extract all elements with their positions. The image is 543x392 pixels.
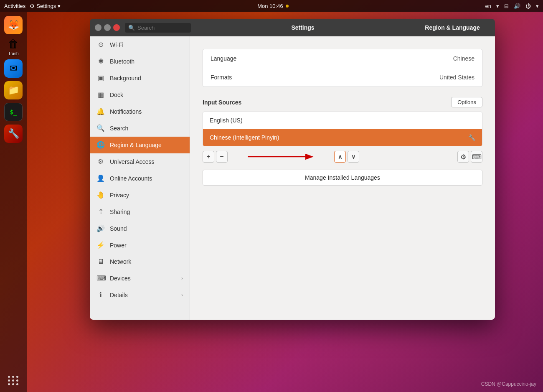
watermark: CSDN @Cappuccino-jay	[481, 381, 536, 387]
network-icon[interactable]: ⊟	[504, 3, 509, 9]
minimize-button[interactable]	[95, 24, 101, 31]
dock-terminal[interactable]: $_	[4, 103, 23, 121]
language-row[interactable]: Language Chinese	[203, 49, 482, 68]
window-controls	[95, 24, 120, 31]
language-value: Chinese	[453, 55, 474, 62]
accounts-icon: 👤	[96, 174, 105, 182]
power-icon: ⚡	[96, 241, 105, 249]
formats-label: Formats	[211, 74, 439, 81]
sidebar: ⊙ Wi-Fi ✱ Bluetooth ▣ Background ▦ Dock …	[90, 36, 190, 320]
show-apps-button[interactable]	[5, 373, 21, 388]
formats-row[interactable]: Formats United States	[203, 68, 482, 87]
dock-tools[interactable]: 🔧	[4, 125, 23, 143]
sidebar-item-network[interactable]: 🖥 Network	[90, 254, 190, 270]
activities-label[interactable]: Activities	[4, 3, 25, 9]
clock: Mon 10:46	[257, 3, 283, 9]
sidebar-item-background[interactable]: ▣ Background	[90, 70, 190, 87]
details-icon: ℹ	[96, 291, 105, 299]
notifications-icon: 🔔	[96, 107, 105, 115]
arrow-annotation	[228, 150, 334, 163]
move-up-button[interactable]: ∧	[334, 151, 346, 163]
search-icon: 🔍	[128, 25, 135, 31]
input-sources-title: Input Sources	[203, 99, 451, 106]
titlebar-search-box[interactable]: 🔍	[125, 23, 191, 33]
english-us-source[interactable]: English (US)	[203, 112, 482, 129]
manage-languages-button[interactable]: Manage Installed Languages	[203, 170, 482, 186]
sound-icon: 🔊	[96, 224, 105, 232]
trash-icon: 🗑	[8, 38, 19, 51]
dock-icon: ▦	[96, 91, 105, 99]
volume-icon[interactable]: 🔊	[514, 3, 520, 9]
dock: 🦊 🗑 Trash ✉ 📁 $_ 🔧	[0, 12, 27, 392]
settings-window: 🔍 Settings Region & Language ⊙ Wi-Fi ✱ B…	[90, 19, 495, 320]
sidebar-item-bluetooth[interactable]: ✱ Bluetooth	[90, 53, 190, 70]
topbar: Activities ⚙ Settings ▾ Mon 10:46 en ▾ ⊟…	[0, 0, 543, 12]
red-arrow-svg	[244, 150, 319, 163]
dock-email[interactable]: ✉	[4, 59, 23, 78]
region-icon: 🌐	[96, 141, 105, 149]
language-indicator[interactable]: en	[485, 3, 491, 9]
add-remove-group: + −	[203, 151, 228, 163]
input-settings-button[interactable]: ⚙	[457, 151, 469, 163]
wrench-icon: 🔧	[468, 134, 475, 141]
dropdown-lang-icon: ▾	[496, 3, 499, 9]
notification-dot	[286, 5, 289, 8]
sharing-icon: ⇡	[96, 208, 105, 216]
sidebar-item-details[interactable]: ℹ Details ›	[90, 287, 190, 303]
network-sidebar-icon: 🖥	[96, 258, 105, 265]
power-menu-icon[interactable]: ⏻	[525, 3, 531, 9]
maximize-button[interactable]	[104, 24, 111, 31]
universal-icon: ⚙	[96, 158, 105, 165]
background-icon: ▣	[96, 74, 105, 82]
search-sidebar-icon: 🔍	[96, 124, 105, 132]
details-chevron-icon: ›	[181, 292, 183, 298]
settings-keyboard-group: ⚙ ⌨	[457, 151, 482, 163]
sidebar-item-notifications[interactable]: 🔔 Notifications	[90, 103, 190, 120]
settings-icon: ⚙	[30, 3, 35, 9]
devices-chevron-icon: ›	[181, 275, 183, 281]
language-label: Language	[211, 55, 453, 62]
remove-source-button[interactable]: −	[216, 151, 228, 163]
window-body: ⊙ Wi-Fi ✱ Bluetooth ▣ Background ▦ Dock …	[90, 36, 495, 320]
sidebar-item-devices[interactable]: ⌨ Devices ›	[90, 270, 190, 287]
devices-icon: ⌨	[96, 274, 105, 282]
dock-trash[interactable]: 🗑 Trash	[4, 38, 23, 56]
sidebar-item-online-accounts[interactable]: 👤 Online Accounts	[90, 170, 190, 187]
bluetooth-icon: ✱	[96, 57, 105, 65]
sidebar-item-wifi[interactable]: ⊙ Wi-Fi	[90, 36, 190, 53]
wifi-icon: ⊙	[96, 41, 105, 48]
dropdown-icon: ▾	[58, 3, 61, 9]
sidebar-item-privacy[interactable]: 🤚 Privacy	[90, 187, 190, 204]
sidebar-item-search[interactable]: 🔍 Search	[90, 120, 190, 137]
chinese-pinyin-source[interactable]: Chinese (Intelligent Pinyin) 🔧	[203, 129, 482, 146]
privacy-icon: 🤚	[96, 191, 105, 199]
sidebar-item-universal[interactable]: ⚙ Universal Access	[90, 153, 190, 170]
sidebar-item-region[interactable]: 🌐 Region & Language	[90, 137, 190, 153]
dock-files[interactable]: 📁	[4, 81, 23, 99]
settings-menu[interactable]: ⚙ Settings ▾	[30, 3, 61, 9]
sources-toolbar-row: + − ∧	[203, 150, 482, 163]
keyboard-layout-button[interactable]: ⌨	[471, 151, 482, 163]
power-dropdown-icon: ▾	[536, 3, 539, 9]
close-button[interactable]	[113, 24, 120, 31]
sidebar-item-dock[interactable]: ▦ Dock	[90, 87, 190, 103]
sidebar-item-power[interactable]: ⚡ Power	[90, 237, 190, 254]
language-formats-card: Language Chinese Formats United States	[203, 49, 482, 87]
page-title: Region & Language	[425, 24, 480, 31]
sidebar-item-sound[interactable]: 🔊 Sound	[90, 220, 190, 237]
titlebar: 🔍 Settings Region & Language	[90, 19, 495, 36]
search-input[interactable]	[137, 25, 188, 31]
sidebar-item-sharing[interactable]: ⇡ Sharing	[90, 204, 190, 220]
trash-label: Trash	[8, 51, 18, 56]
main-content: Language Chinese Formats United States I…	[190, 36, 495, 320]
input-sources-header: Input Sources Options	[203, 97, 482, 107]
input-sources-list: English (US) Chinese (Intelligent Pinyin…	[203, 112, 482, 146]
move-down-button[interactable]: ∨	[348, 151, 359, 163]
dock-firefox[interactable]: 🦊	[4, 16, 23, 34]
move-group: ∧ ∨	[334, 151, 359, 163]
settings-label: Settings	[191, 24, 415, 31]
options-button[interactable]: Options	[451, 97, 482, 107]
formats-value: United States	[439, 74, 474, 81]
add-source-button[interactable]: +	[203, 151, 214, 163]
